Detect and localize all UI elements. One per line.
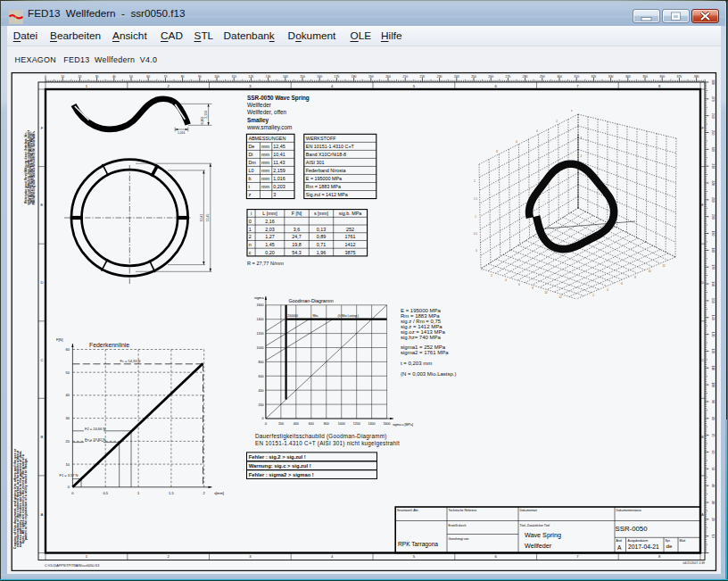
svg-text:250: 250: [711, 130, 715, 136]
svg-text:1: 1: [249, 227, 252, 232]
svg-text:800: 800: [258, 361, 263, 364]
svg-text:1,5: 1,5: [169, 491, 174, 495]
svg-text:1000: 1000: [338, 422, 345, 426]
svg-text:1200: 1200: [256, 332, 263, 336]
svg-text:800: 800: [324, 422, 329, 426]
svg-text:120: 120: [711, 349, 715, 354]
svg-text:230: 230: [711, 163, 715, 169]
svg-text:Wellfeder: Wellfeder: [247, 102, 272, 108]
svg-text:400: 400: [258, 389, 263, 393]
svg-text:1400: 1400: [368, 422, 376, 426]
svg-text:F: F: [41, 126, 44, 130]
svg-text:Federband Nirosta: Federband Nirosta: [306, 168, 346, 173]
svg-text:260: 260: [488, 75, 493, 79]
svg-text:De: De: [248, 144, 254, 149]
svg-text:L0: L0: [248, 168, 253, 173]
svg-text:0,203: 0,203: [273, 184, 285, 189]
svg-text:B: B: [41, 435, 44, 439]
svg-text:130: 130: [266, 75, 271, 79]
svg-text:mm: mm: [261, 168, 269, 173]
svg-text:190: 190: [368, 75, 374, 79]
svg-text:Fehler : sig.2 > sig.zul !: Fehler : sig.2 > sig.zul !: [249, 454, 306, 460]
svg-text:0: 0: [45, 75, 46, 79]
svg-text:300: 300: [557, 75, 562, 79]
svg-text:10,41: 10,41: [200, 214, 203, 222]
svg-text:1.5: 1.5: [474, 197, 477, 201]
svg-text:160: 160: [711, 281, 715, 286]
svg-text:90: 90: [711, 400, 715, 403]
svg-text:0,5: 0,5: [103, 491, 108, 495]
svg-text:Rm = 1883 MPa: Rm = 1883 MPa: [306, 184, 341, 189]
svg-text:240: 240: [711, 146, 715, 152]
svg-text:30: 30: [711, 501, 715, 504]
svg-text:170: 170: [711, 264, 715, 270]
svg-text:Fc = 54,33 N: Fc = 54,33 N: [120, 359, 141, 363]
svg-text:www.smalley.com: www.smalley.com: [246, 124, 292, 131]
svg-text:180: 180: [711, 248, 715, 253]
svg-text:2,159: 2,159: [273, 168, 285, 173]
svg-text:20: 20: [711, 518, 715, 521]
svg-text:400: 400: [294, 422, 299, 426]
svg-text:E: E: [41, 203, 44, 207]
svg-text:140: 140: [711, 315, 715, 320]
svg-text:180: 180: [352, 75, 357, 79]
svg-text:Blatt: Blatt: [680, 539, 686, 543]
svg-text:Dokumentart: Dokumentart: [520, 509, 537, 512]
svg-text:360: 360: [659, 75, 665, 79]
svg-text:1,27: 1,27: [265, 234, 275, 239]
svg-text:210: 210: [711, 197, 715, 203]
svg-text:i: i: [251, 211, 252, 216]
svg-text:F [N]: F [N]: [292, 211, 302, 216]
svg-text:2,03: 2,03: [265, 227, 275, 232]
svg-text:1,016: 1,016: [178, 131, 185, 135]
svg-text:Di: Di: [248, 152, 252, 157]
svg-text:3,6: 3,6: [294, 227, 301, 232]
svg-text:350: 350: [642, 75, 648, 79]
svg-text:Dauerfestigkeitsschaubild (Goo: Dauerfestigkeitsschaubild (Goodman-Diagr…: [255, 433, 387, 440]
svg-text:210: 210: [402, 75, 408, 79]
svg-text:C: C: [701, 359, 704, 362]
svg-text:0: 0: [249, 219, 252, 224]
svg-text:Verantwortl. Abt.: Verantwortl. Abt.: [397, 509, 419, 512]
svg-text:3875: 3875: [345, 250, 356, 255]
svg-text:200: 200: [258, 403, 263, 407]
svg-text:L [mm]: L [mm]: [262, 211, 277, 216]
svg-text:10: 10: [544, 291, 548, 295]
svg-text:Wellfeder, offen: Wellfeder, offen: [247, 109, 287, 115]
svg-text:12,45: 12,45: [273, 144, 285, 149]
svg-text:WERKSTOFF: WERKSTOFF: [306, 136, 336, 141]
svg-text:b: b: [248, 176, 251, 181]
svg-text:600: 600: [258, 375, 263, 378]
svg-text:100: 100: [214, 75, 219, 79]
svg-text:240: 240: [454, 75, 459, 79]
svg-text:0,13: 0,13: [317, 227, 327, 232]
svg-text:40: 40: [711, 484, 715, 487]
svg-text:Dm: Dm: [248, 160, 256, 165]
svg-text:1,016: 1,016: [273, 176, 285, 181]
svg-text:F[N]: F[N]: [56, 337, 63, 342]
svg-text:EN 10151-1.4310 C+T: EN 10151-1.4310 C+T: [306, 144, 355, 149]
svg-text:Dokumentenstatus: Dokumentenstatus: [616, 509, 642, 512]
svg-text:340: 340: [625, 75, 631, 79]
svg-text:600: 600: [309, 422, 314, 426]
svg-text:AISI 301: AISI 301: [306, 160, 325, 165]
svg-text:sigma.u [MPa]: sigma.u [MPa]: [393, 423, 413, 427]
svg-text:SSR-0050: SSR-0050: [616, 525, 649, 533]
svg-text:sigma: sigma: [254, 295, 264, 300]
svg-text:t = 0,203 mm: t = 0,203 mm: [401, 361, 432, 366]
svg-text:330: 330: [608, 75, 614, 79]
svg-text:Ausgabedatum: Ausgabedatum: [628, 539, 649, 543]
svg-text:0,20: 0,20: [265, 250, 275, 255]
svg-text:190: 190: [711, 231, 715, 237]
svg-text:160: 160: [317, 75, 322, 79]
svg-text:Federkennlinie: Federkennlinie: [89, 342, 129, 348]
svg-text:0: 0: [261, 417, 263, 420]
svg-text:04/21/2017 2:39: 04/21/2017 2:39: [682, 561, 705, 565]
svg-text:1600: 1600: [256, 303, 263, 307]
svg-text:A: A: [41, 512, 44, 517]
svg-text:F2 = 24,66 N: F2 = 24,66 N: [85, 427, 105, 431]
svg-text:s[mm]: s[mm]: [214, 491, 224, 495]
svg-text:patent or the registration of: patent or the registration of a utility …: [24, 458, 28, 541]
svg-text:11,43: 11,43: [273, 160, 285, 165]
svg-text:60: 60: [146, 75, 150, 79]
